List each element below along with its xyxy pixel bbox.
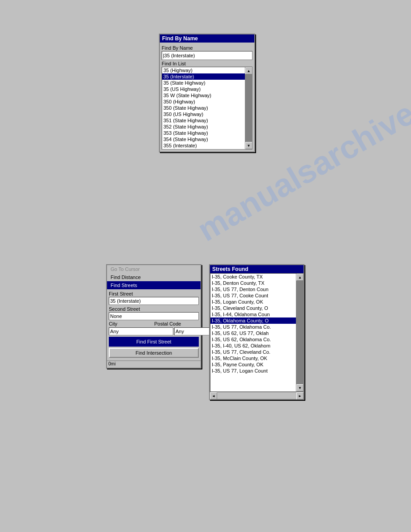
streets-scroll-right[interactable]: ► <box>296 392 304 399</box>
streets-list-item[interactable]: I-35, US 62, Oklahoma Co. <box>210 336 296 343</box>
list-item[interactable]: 350 (US Highway) <box>162 111 245 117</box>
streets-list-item[interactable]: I-35, US 77, Cooke Count <box>210 292 296 299</box>
status-bar: 0mi <box>107 360 201 368</box>
list-item[interactable]: 35 (State Highway) <box>162 80 245 86</box>
list-item[interactable]: 35 (Highway) <box>162 67 245 73</box>
list-item[interactable]: 352 (State Highway) <box>162 124 245 130</box>
list-item[interactable]: 350 (Highway) <box>162 99 245 105</box>
list-item[interactable]: 35 (US Highway) <box>162 86 245 92</box>
streets-scrollbar[interactable]: ▲ ▼ <box>296 274 303 391</box>
scroll-track[interactable] <box>245 74 252 142</box>
streets-list-item[interactable]: I-35, Cleveland County, O <box>210 305 296 311</box>
menu-find-streets[interactable]: Find Streets <box>107 281 201 289</box>
hscroll-track[interactable] <box>217 392 296 399</box>
find-in-list-label: Find In List <box>162 60 253 67</box>
streets-scroll-track[interactable] <box>296 281 303 384</box>
city-postal-inputs-row <box>109 327 199 335</box>
find-streets-dialog: Go To Cursor Find Distance Find Streets … <box>106 264 201 369</box>
menu-go-to-cursor[interactable]: Go To Cursor <box>107 265 201 273</box>
find-by-name-label: Find By Name <box>162 44 253 51</box>
find-list-scrollbar[interactable]: ▲ ▼ <box>245 67 252 149</box>
streets-found-dialog: Streets Found I-35, Cooke County, TXI-35… <box>209 264 304 400</box>
find-first-street-button[interactable]: Find First Street <box>109 337 199 347</box>
find-by-name-dialog: Find By Name Find By Name 35 (Interstate… <box>159 34 255 152</box>
streets-scroll-up[interactable]: ▲ <box>296 274 304 281</box>
scroll-down-btn[interactable]: ▼ <box>245 142 253 149</box>
streets-list-item[interactable]: I-35, Oklahoma County, O <box>210 317 296 324</box>
second-street-input[interactable]: None <box>109 312 199 320</box>
streets-list-item[interactable]: I-35, I-44, Oklahoma Coun <box>210 311 296 317</box>
list-item[interactable]: 354 (State Highway) <box>162 136 245 142</box>
list-item[interactable]: 35 (Interstate) <box>162 73 245 80</box>
streets-hscrollbar[interactable]: ◄ ► <box>210 392 304 399</box>
find-intersection-button[interactable]: Find Intersection <box>109 348 199 358</box>
streets-list-item[interactable]: I-35, Cooke County, TX <box>210 274 296 280</box>
second-street-label: Second Street <box>109 306 199 312</box>
list-item[interactable]: 351 (State Highway) <box>162 117 245 124</box>
city-label: City <box>109 321 154 326</box>
find-in-list-container[interactable]: 35 (Highway)35 (Interstate)35 (State Hig… <box>162 67 253 150</box>
streets-list-item[interactable]: I-35, I-40, US 62, Oklahom <box>210 343 296 349</box>
streets-scroll-left[interactable]: ◄ <box>210 392 217 399</box>
postal-code-label: Postal Code <box>154 321 199 326</box>
find-by-name-value: 35 (Interstate) <box>164 53 195 58</box>
streets-list-item[interactable]: I-35, Logan County, OK <box>210 299 296 305</box>
streets-list-container[interactable]: I-35, Cooke County, TXI-35, Denton Count… <box>210 273 304 392</box>
streets-list-item[interactable]: I-35, US 77, Denton Coun <box>210 286 296 292</box>
streets-list-item[interactable]: I-35, US 77, Oklahoma Co. <box>210 324 296 330</box>
streets-list-item[interactable]: I-35, US 77, Logan Count <box>210 368 296 374</box>
menu-find-distance[interactable]: Find Distance <box>107 273 201 281</box>
streets-list-item[interactable]: I-35, McClain County, OK <box>210 355 296 361</box>
find-streets-body: First Street 35 (Interstate) Second Stre… <box>107 289 201 360</box>
list-item[interactable]: 353 (State Highway) <box>162 130 245 136</box>
first-street-input[interactable]: 35 (Interstate) <box>109 297 199 305</box>
streets-found-title: Streets Found <box>210 265 304 273</box>
find-in-list-items: 35 (Highway)35 (Interstate)35 (State Hig… <box>162 67 245 149</box>
streets-list-item[interactable]: I-35, Payne County, OK <box>210 361 296 368</box>
first-street-label: First Street <box>109 291 199 297</box>
list-item[interactable]: 350 (State Highway) <box>162 105 245 111</box>
scroll-up-btn[interactable]: ▲ <box>245 67 253 74</box>
streets-list-item[interactable]: I-35, US 77, Cleveland Co. <box>210 349 296 355</box>
streets-scroll-down[interactable]: ▼ <box>296 384 304 391</box>
list-item[interactable]: 35 W (State Highway) <box>162 92 245 99</box>
list-item[interactable]: 355 (Interstate) <box>162 142 245 149</box>
city-input[interactable] <box>109 327 173 335</box>
find-by-name-title: Find By Name <box>160 34 254 43</box>
streets-list-items: I-35, Cooke County, TXI-35, Denton Count… <box>210 274 296 391</box>
streets-list-item[interactable]: I-35, Denton County, TX <box>210 280 296 286</box>
streets-list-item[interactable]: I-35, US 62, US 77, Oklah <box>210 330 296 336</box>
find-by-name-input[interactable]: 35 (Interstate) <box>162 51 253 60</box>
city-postal-labels-row: City Postal Code <box>109 321 199 326</box>
